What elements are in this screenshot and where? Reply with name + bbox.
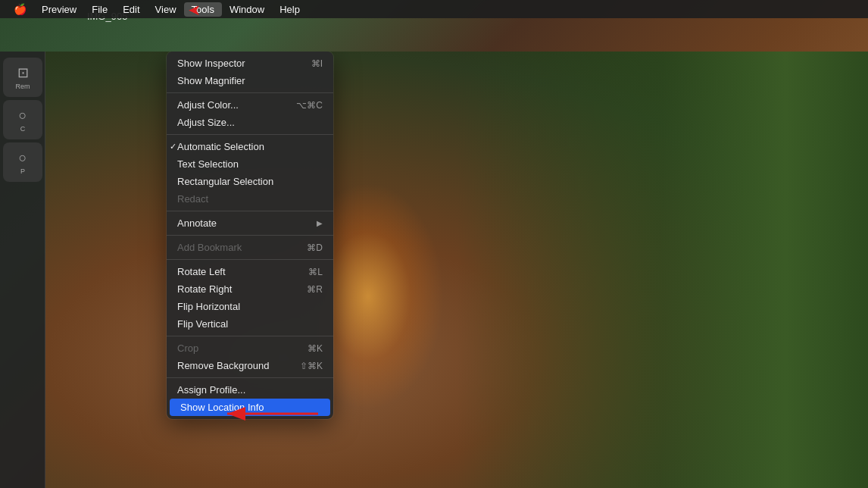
rotate-left-label: Rotate Left	[177, 266, 226, 277]
add-bookmark-label: Add Bookmark	[177, 242, 242, 253]
menubar-preview[interactable]: Preview	[34, 2, 84, 17]
menu-item-flip-vertical[interactable]: Flip Vertical	[167, 315, 333, 333]
menu-item-rotate-left[interactable]: Rotate Left ⌘L	[167, 263, 333, 280]
separator-7	[167, 377, 333, 378]
adjust-size-label: Adjust Size...	[177, 117, 235, 128]
separator-6	[167, 336, 333, 336]
menubar-help[interactable]: Help	[272, 2, 308, 17]
menu-item-text-selection[interactable]: Text Selection	[167, 155, 333, 173]
tools-dropdown-menu: Show Inspector ⌘I Show Magnifier Adjust …	[167, 52, 333, 419]
adjust-color-label: Adjust Color...	[177, 99, 239, 111]
menu-item-rectangular-selection[interactable]: Rectangular Selection	[167, 173, 333, 190]
assign-profile-label: Assign Profile...	[177, 384, 245, 396]
separator-4	[167, 235, 333, 236]
separator-3	[167, 211, 333, 211]
menu-item-redact: Redact	[167, 190, 333, 208]
show-inspector-label: Show Inspector	[177, 58, 245, 69]
menubar-file[interactable]: File	[84, 2, 115, 17]
text-selection-label: Text Selection	[177, 158, 239, 170]
item3-icon: ○	[19, 150, 27, 166]
show-location-info-label: Show Location Info	[180, 402, 264, 413]
rotate-left-shortcut: ⌘L	[308, 267, 323, 277]
menubar-window[interactable]: Window	[222, 2, 272, 17]
show-inspector-shortcut: ⌘I	[311, 58, 323, 69]
menubar-view[interactable]: View	[148, 2, 184, 17]
menu-item-adjust-color[interactable]: Adjust Color... ⌥⌘C	[167, 96, 333, 114]
menu-item-adjust-size[interactable]: Adjust Size...	[167, 114, 333, 131]
menu-item-flip-horizontal[interactable]: Flip Horizontal	[167, 298, 333, 315]
menu-item-add-bookmark: Add Bookmark ⌘D	[167, 239, 333, 256]
menu-item-assign-profile[interactable]: Assign Profile...	[167, 381, 333, 399]
sidebar-label-c: C	[20, 125, 26, 133]
menubar: 🍎 Preview File Edit View Tools ➤ Window …	[0, 0, 868, 18]
item2-icon: ○	[19, 108, 27, 124]
menubar-edit[interactable]: Edit	[115, 2, 147, 17]
flip-vertical-label: Flip Vertical	[177, 318, 228, 330]
menu-item-show-location-info[interactable]: Show Location Info	[170, 399, 330, 416]
crop-label: Crop	[177, 343, 198, 354]
sidebar: ⊡ Rem ○ C ○ P	[0, 52, 45, 488]
forest-overlay	[457, 52, 868, 488]
flip-horizontal-label: Flip Horizontal	[177, 301, 240, 312]
remove-background-label: Remove Background	[177, 360, 269, 371]
sidebar-label-rem: Rem	[15, 83, 30, 90]
content-area: ⊡ Rem ○ C ○ P Show Inspector ⌘I Show Mag…	[0, 52, 868, 488]
menu-item-show-magnifier[interactable]: Show Magnifier	[167, 72, 333, 89]
sidebar-item-thumbnails[interactable]: ⊡ Rem	[3, 58, 42, 97]
sidebar-label-p: P	[20, 167, 25, 175]
annotate-label: Annotate	[177, 217, 217, 229]
remove-background-shortcut: ⇧⌘K	[300, 361, 323, 371]
automatic-selection-label: Automatic Selection	[177, 141, 264, 152]
redact-label: Redact	[177, 193, 208, 205]
apple-menu[interactable]: 🍎	[6, 3, 34, 15]
submenu-arrow-icon: ▶	[317, 219, 323, 227]
rotate-right-shortcut: ⌘R	[307, 284, 323, 295]
add-bookmark-shortcut: ⌘D	[307, 242, 323, 253]
menu-item-remove-background[interactable]: Remove Background ⇧⌘K	[167, 357, 333, 374]
menu-item-automatic-selection[interactable]: Automatic Selection	[167, 138, 333, 155]
sidebar-item-3[interactable]: ○ P	[3, 142, 42, 182]
thumbnails-icon: ⊡	[17, 64, 29, 81]
separator-2	[167, 134, 333, 135]
adjust-color-shortcut: ⌥⌘C	[296, 100, 323, 111]
rectangular-selection-label: Rectangular Selection	[177, 176, 273, 187]
separator-5	[167, 259, 333, 260]
menubar-tools[interactable]: Tools	[184, 2, 222, 17]
sidebar-item-2[interactable]: ○ C	[3, 100, 42, 139]
menu-item-rotate-right[interactable]: Rotate Right ⌘R	[167, 280, 333, 298]
crop-shortcut: ⌘K	[308, 343, 323, 354]
menu-item-show-inspector[interactable]: Show Inspector ⌘I	[167, 55, 333, 72]
separator-1	[167, 92, 333, 93]
rotate-right-label: Rotate Right	[177, 283, 232, 295]
menu-item-annotate[interactable]: Annotate ▶	[167, 214, 333, 232]
show-magnifier-label: Show Magnifier	[177, 75, 245, 86]
menu-item-crop: Crop ⌘K	[167, 339, 333, 357]
